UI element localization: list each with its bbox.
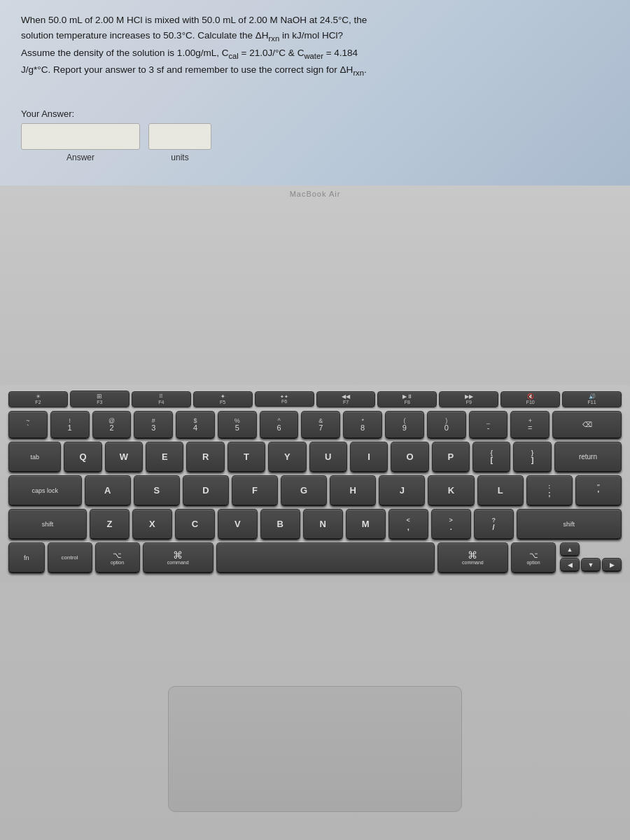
key-period[interactable]: > . [431, 509, 471, 540]
trackpad[interactable] [168, 686, 462, 812]
answer-input-group: Answer [21, 123, 140, 162]
key-command-left[interactable]: ⌘ command [143, 542, 214, 573]
key-control[interactable]: control [48, 542, 92, 573]
key-f[interactable]: F [232, 475, 278, 506]
key-h[interactable]: H [330, 475, 376, 506]
key-arrow-right[interactable]: ▶ [602, 558, 622, 572]
key-f4[interactable]: ⠿ F4 [132, 391, 191, 407]
key-f11[interactable]: 🔊 F11 [562, 391, 622, 407]
key-option-right[interactable]: ⌥ option [511, 542, 556, 573]
key-f2[interactable]: ☀ F2 [8, 391, 68, 407]
key-v[interactable]: V [218, 509, 258, 540]
key-u[interactable]: U [309, 442, 347, 472]
units-input[interactable] [148, 123, 211, 150]
function-row: ☀ F2 ⊞ F3 ⠿ F4 ✦ F5 ✦✦ F6 ◀◀ F7 [8, 391, 622, 407]
key-6[interactable]: ^ 6 [260, 411, 299, 439]
key-command-right[interactable]: ⌘ command [438, 542, 508, 573]
key-g[interactable]: G [281, 475, 327, 506]
key-f10[interactable]: 🔇 F10 [500, 391, 560, 407]
key-fn[interactable]: fn [8, 542, 45, 573]
key-9[interactable]: ( 9 [385, 411, 424, 439]
answer-section: Your Answer: Answer units [21, 108, 211, 162]
key-p[interactable]: P [432, 442, 470, 472]
key-minus[interactable]: _ - [469, 411, 508, 439]
key-t[interactable]: T [227, 442, 265, 472]
key-arrow-left[interactable]: ◀ [560, 558, 580, 572]
key-f6[interactable]: ✦✦ F6 [255, 391, 314, 407]
key-n[interactable]: N [303, 509, 343, 540]
key-a[interactable]: A [85, 475, 131, 506]
key-f9[interactable]: ▶▶ F9 [439, 391, 498, 407]
key-quote[interactable]: " ' [575, 475, 622, 506]
key-i[interactable]: I [350, 442, 388, 472]
key-3[interactable]: # 3 [134, 411, 173, 439]
key-comma[interactable]: < , [388, 509, 428, 540]
key-b[interactable]: B [260, 509, 300, 540]
key-0[interactable]: ) 0 [427, 411, 466, 439]
keyboard: ☀ F2 ⊞ F3 ⠿ F4 ✦ F5 ✦✦ F6 ◀◀ F7 [0, 385, 630, 583]
key-l[interactable]: L [477, 475, 524, 506]
key-o[interactable]: O [391, 442, 428, 472]
problem-text: When 50.0 mL of 2.00 M HCl is mixed with… [21, 13, 367, 79]
key-d[interactable]: D [183, 475, 229, 506]
key-w[interactable]: W [105, 442, 143, 472]
answer-input[interactable] [21, 123, 140, 150]
arrow-cluster: ▲ ◀ ▼ ▶ [560, 542, 622, 573]
key-tab[interactable]: tab [8, 442, 61, 472]
key-backspace[interactable]: ⌫ [552, 411, 622, 439]
key-c[interactable]: C [175, 509, 215, 540]
key-1[interactable]: ! 1 [50, 411, 90, 439]
key-arrow-down[interactable]: ▼ [581, 558, 601, 572]
key-k[interactable]: K [428, 475, 474, 506]
key-space[interactable] [216, 542, 435, 573]
key-bracket-open[interactable]: { [ [472, 442, 510, 472]
bottom-row: fn control ⌥ option ⌘ command ⌘ command … [8, 542, 622, 573]
key-caps-lock[interactable]: caps lock [8, 475, 82, 506]
key-y[interactable]: Y [268, 442, 306, 472]
key-option-left[interactable]: ⌥ option [95, 542, 140, 573]
number-row: ~ ` ! 1 @ 2 # 3 $ 4 % 5 [8, 411, 622, 439]
units-input-group: units [148, 123, 211, 162]
key-8[interactable]: * 8 [343, 411, 382, 439]
key-z[interactable]: Z [90, 509, 130, 540]
key-shift-right[interactable]: shift [517, 509, 622, 540]
key-f7[interactable]: ◀◀ F7 [316, 391, 376, 407]
asdf-row: caps lock A S D F G H J K L : ; " ' [8, 475, 622, 506]
key-bracket-close[interactable]: } ] [513, 442, 551, 472]
key-equals[interactable]: + = [510, 411, 550, 439]
key-f3[interactable]: ⊞ F3 [70, 391, 130, 407]
key-backtick[interactable]: ~ ` [8, 411, 48, 439]
your-answer-label: Your Answer: [21, 108, 211, 119]
zxcv-row: shift Z X C V B N M < , > . ? / shift [8, 509, 622, 540]
macbook-label: MacBook Air [0, 186, 630, 198]
qwerty-row: tab Q W E R T Y U I O P { [ } ] return [8, 442, 622, 472]
key-5[interactable]: % 5 [218, 411, 257, 439]
key-x[interactable]: X [132, 509, 172, 540]
key-j[interactable]: J [379, 475, 425, 506]
units-input-label: units [148, 153, 211, 162]
key-q[interactable]: Q [64, 442, 102, 472]
key-f5[interactable]: ✦ F5 [193, 391, 253, 407]
key-2[interactable]: @ 2 [92, 411, 132, 439]
key-arrow-up[interactable]: ▲ [560, 542, 580, 556]
key-slash[interactable]: ? / [474, 509, 514, 540]
macbook-body: MacBook Air ☀ F2 ⊞ F3 ⠿ F4 ✦ F5 ✦✦ F6 [0, 186, 630, 840]
key-r[interactable]: R [186, 442, 224, 472]
key-f8[interactable]: ▶⏸ F8 [377, 391, 437, 407]
key-s[interactable]: S [134, 475, 180, 506]
answer-input-label: Answer [21, 153, 140, 162]
key-enter[interactable]: return [554, 442, 622, 472]
key-e[interactable]: E [146, 442, 183, 472]
key-semicolon[interactable]: : ; [526, 475, 573, 506]
key-shift-left[interactable]: shift [8, 509, 87, 540]
key-4[interactable]: $ 4 [176, 411, 215, 439]
key-m[interactable]: M [346, 509, 386, 540]
answer-inputs: Answer units [21, 123, 211, 162]
key-7[interactable]: & 7 [301, 411, 340, 439]
